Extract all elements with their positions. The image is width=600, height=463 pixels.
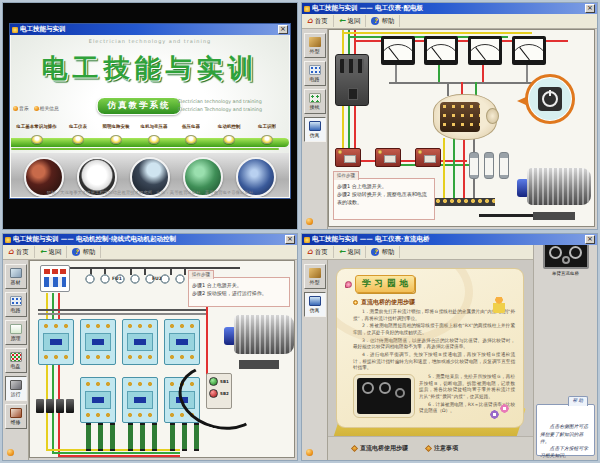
- mode-repair[interactable]: 维修: [5, 404, 27, 429]
- menu-item-motor-control[interactable]: 电动机控制: [210, 123, 248, 148]
- info-icon: [34, 106, 39, 111]
- fuse[interactable]: [499, 152, 509, 179]
- wire: [438, 65, 440, 83]
- mode-simulation[interactable]: 仿真: [304, 117, 326, 142]
- terminal-strip: [435, 198, 495, 206]
- meter-face: [384, 39, 412, 60]
- back-icon: ←: [339, 17, 346, 25]
- mode-appearance[interactable]: 外型: [304, 33, 326, 58]
- wire: [52, 293, 54, 452]
- mode-label: 电盘: [11, 363, 21, 369]
- back-button[interactable]: ←返回: [37, 246, 68, 258]
- run-icon: [10, 380, 22, 390]
- mode-appearance[interactable]: 外型: [304, 264, 326, 289]
- voltmeter-1: [468, 36, 502, 65]
- transfer-switch-knob[interactable]: [486, 108, 499, 124]
- simulation-icon: [309, 296, 321, 306]
- motor: [224, 315, 294, 369]
- menu-oval-button: [110, 135, 122, 144]
- learning-page-screenshot: 电工技能与实训 —— 电工仪表·直流电桥 × ⌂首页 ←返回 ?帮助 外型 仿真…: [301, 233, 598, 461]
- mode-simulation[interactable]: 仿真: [304, 292, 326, 317]
- mode-principle[interactable]: 原理: [5, 320, 27, 345]
- music-icon[interactable]: [306, 449, 313, 456]
- back-icon: ←: [40, 248, 47, 256]
- music-icon: [13, 106, 18, 111]
- close-icon[interactable]: ×: [285, 235, 295, 244]
- info-link[interactable]: 相关信息: [34, 105, 59, 111]
- back-button[interactable]: ←返回: [336, 15, 367, 27]
- menu-label: 电机与变压器: [137, 123, 171, 128]
- power-switch[interactable]: [335, 54, 369, 106]
- help-button[interactable]: ?帮助: [69, 246, 101, 258]
- learning-step: 5．测量结束后，先松开所按按钮Ｇ，再松开按钮Ｂ，切断电源。拆除被测电阻，记录数据…: [419, 374, 515, 401]
- learning-step: 1．测量前先打开检流计锁扣，即将Ｇ接线柱处的金属拨片由“内接”拨到“外接”，再将…: [353, 309, 515, 322]
- link-precautions[interactable]: 注意事项: [426, 444, 458, 453]
- mode-circuit[interactable]: 电路: [304, 61, 326, 86]
- contactor: [122, 377, 158, 423]
- close-icon[interactable]: ×: [278, 25, 288, 34]
- link-label: 直流电桥使用步骤: [360, 444, 408, 453]
- fuse-group: [469, 152, 509, 179]
- panel-sim-titlebar: 电工技能与实训 —— 电工仪表·配电板 ×: [302, 3, 597, 14]
- home-button[interactable]: ⌂首页: [5, 246, 35, 258]
- motor-body: [527, 168, 591, 205]
- menu-label: 电动机控制: [212, 123, 246, 128]
- help-icon: ?: [371, 248, 379, 256]
- photo-band: 研制：大连海事大学信息工程学院信息教育技术研究所 出版：高等教育出版社 高等教育…: [11, 153, 289, 197]
- terminal: [66, 399, 74, 413]
- principle-icon: [10, 324, 22, 334]
- circuit-breaker[interactable]: [40, 265, 70, 292]
- link-usage-steps[interactable]: 直流电桥使用步骤: [352, 444, 408, 453]
- close-icon[interactable]: ×: [585, 4, 595, 13]
- home-button[interactable]: ⌂首页: [304, 15, 334, 27]
- fuse[interactable]: [469, 152, 479, 179]
- menu-item-lv-apparatus[interactable]: 低压电器: [172, 123, 210, 148]
- wire: [58, 293, 60, 455]
- contactor: [164, 319, 200, 365]
- menu-item-lighting[interactable]: 照明电路安装: [97, 123, 135, 148]
- back-button[interactable]: ←返回: [336, 246, 367, 258]
- resistor-group: [128, 425, 158, 449]
- menu-item-instruments[interactable]: 电工仪表: [59, 123, 97, 148]
- contactor: [122, 319, 158, 365]
- wire: [395, 65, 397, 83]
- mode-run[interactable]: 运行: [5, 376, 27, 401]
- mode-equipment[interactable]: 器材: [5, 264, 27, 289]
- mode-label: 外型: [310, 48, 320, 54]
- mode-label: 外型: [310, 279, 320, 285]
- contactor-plate: [169, 333, 195, 351]
- splash-window: 电工技能与实训 × Electrician technology and tra…: [9, 23, 291, 199]
- menu-item-motors-transformers[interactable]: 电机与变压器: [135, 123, 173, 148]
- wire: [38, 309, 206, 311]
- thumbnail-label: 单臂直流电桥: [541, 271, 591, 276]
- bridge-photo-face: [357, 378, 411, 414]
- mode-panel[interactable]: 电盘: [5, 348, 27, 373]
- mode-wiring[interactable]: 接线: [304, 89, 326, 114]
- music-icon[interactable]: [306, 218, 313, 225]
- music-link[interactable]: 音乐: [13, 105, 29, 111]
- simulation-icon: [309, 121, 321, 131]
- mode-circuit[interactable]: 电路: [5, 292, 27, 317]
- help-text: 点击右侧图片可选择想要了解知识的器件。 点击下方按钮可学习相关知识。: [540, 424, 588, 458]
- help-button[interactable]: ?帮助: [368, 15, 400, 27]
- fuse[interactable]: [484, 152, 494, 179]
- learning-titlebar: 电工技能与实训 —— 电工仪表·直流电桥 ×: [302, 234, 597, 245]
- credit-text: 研制：大连海事大学信息工程学院信息教育技术研究所 出版：高等教育出版社 高等教育…: [11, 190, 289, 195]
- music-icon[interactable]: [7, 449, 14, 456]
- app-icon: [5, 237, 11, 243]
- menu-label: 电工识图: [250, 123, 284, 128]
- home-button[interactable]: ⌂首页: [304, 246, 334, 258]
- menu-item-drawing-reading[interactable]: 电工识图: [248, 123, 286, 148]
- transfer-switch[interactable]: [433, 94, 497, 140]
- help-button[interactable]: ?帮助: [368, 246, 400, 258]
- learning-sheet: 学习园地 直流电桥的使用步骤 1．测量前先打开检流计锁扣，即将Ｇ接线柱处的金属拨…: [336, 268, 524, 428]
- terminal: [46, 399, 54, 413]
- menu-item-basics[interactable]: 电工基本常识与操作: [14, 123, 59, 148]
- subtitle-en-line1: Electrician technology and training: [178, 99, 262, 104]
- main-title: 电工技能与实训: [11, 51, 289, 86]
- wire: [58, 455, 180, 457]
- mode-label: 原理: [11, 335, 21, 341]
- close-icon[interactable]: ×: [585, 235, 595, 244]
- home-label: 首页: [315, 248, 328, 257]
- app-icon: [304, 237, 310, 243]
